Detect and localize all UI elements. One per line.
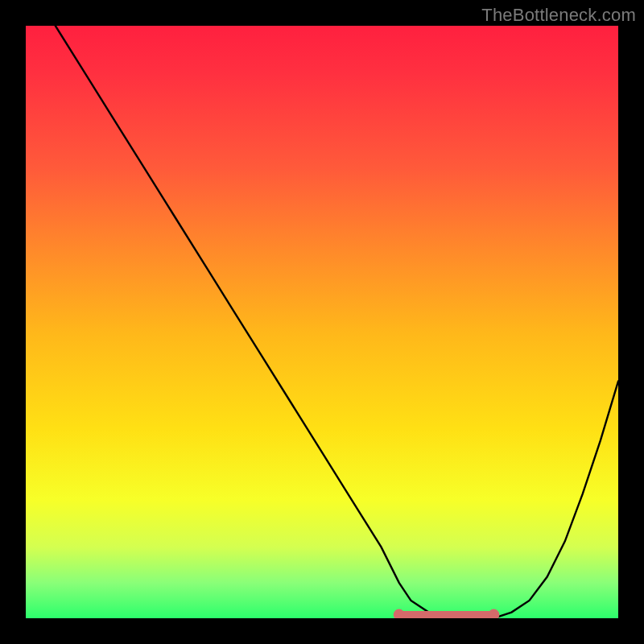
bottleneck-curve (56, 26, 618, 618)
chart-svg (26, 26, 618, 618)
attribution-text: TheBottleneck.com (481, 5, 636, 26)
floor-dot-left (394, 609, 405, 618)
chart-stage: TheBottleneck.com (0, 0, 644, 644)
floor-dot-right (488, 609, 499, 618)
plot-area (26, 26, 618, 618)
